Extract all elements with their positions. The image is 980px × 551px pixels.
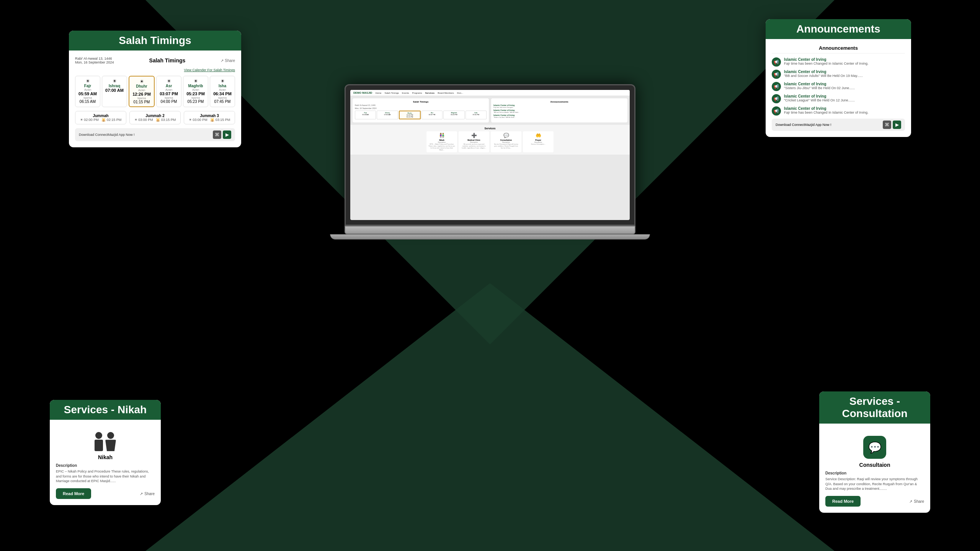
announcement-icon-2: 📢 — [772, 70, 781, 79]
nikah-description-label: Description — [56, 463, 155, 468]
screen-nikah: 👫 Nikah Description EPIC – Nikah Policy … — [426, 131, 457, 152]
screen-services-grid: 👫 Nikah Description EPIC – Nikah Policy … — [353, 131, 627, 152]
ishraq-icon: ☀ — [104, 78, 125, 84]
announcement-item-4: 📢 Islamic Center of Irving "Cricket Leag… — [772, 94, 905, 103]
consultation-icon: 💬 — [863, 436, 886, 459]
announcement-item-2: 📢 Islamic Center of Irving "BB and Socce… — [772, 70, 905, 79]
male-figure — [95, 432, 103, 451]
laptop-mockup: DEMO MASJID Home Salah Timings Events Pr… — [345, 84, 635, 240]
nikah-footer: Read More ↗ Share — [56, 488, 155, 499]
screen-consultation: 💬 Consultation Description Service Descr… — [491, 131, 521, 152]
screen-consultation-icon: 💬 — [492, 133, 520, 138]
nikah-share-button[interactable]: ↗ Share — [140, 492, 155, 496]
announcements-title: Announcements — [772, 45, 905, 54]
salah-app-download-text: Download ConnectMazjid App Now ! — [79, 133, 135, 137]
maghrib-icon: ☀ — [185, 78, 206, 84]
screen-prayer: 🤲 Prayer Description Service Description… — [523, 131, 554, 152]
ios-badge[interactable]: ⌘ — [213, 130, 221, 139]
prayer-dhuhr: ☀ Dhuhr Azan 12:26 PM Iqama 01:15 PM — [129, 76, 155, 107]
announcement-icon-4: 📢 — [772, 94, 781, 103]
jummah-1: Jummah ☀ 02:00 PM 🕌 02:15 PM — [75, 111, 126, 124]
share-icon: ↗ — [140, 492, 143, 496]
nav-home: Home — [375, 92, 381, 94]
nav-services: Services — [425, 92, 434, 94]
consultation-service-name: Consultaion — [825, 462, 924, 468]
screen-prayer-icon: 🤲 — [524, 133, 552, 138]
nikah-description-text: EPIC – Nikah Policy and Procedure These … — [56, 469, 155, 484]
nav-donate: Don... — [457, 92, 463, 94]
nikah-card-label: Services - Nikah — [50, 400, 161, 420]
nav-events: Events — [402, 92, 409, 94]
screen-nav-links: Home Salah Timings Events Programs Servi… — [375, 92, 463, 94]
screen-services-row: Services 👫 Nikah Description EPIC – Nika… — [350, 125, 630, 155]
laptop-screen: DEMO MASJID Home Salah Timings Events Pr… — [345, 84, 635, 226]
nikah-service-name: Nikah — [56, 454, 155, 460]
screen-salah-panel: Salah Timings Rabi' Al-Awwal 13, 1446 Mo… — [353, 98, 489, 122]
consultation-share-button[interactable]: ↗ Share — [909, 499, 924, 504]
female-figure — [105, 432, 116, 451]
announcements-card-label: Announcements — [766, 19, 911, 39]
nikah-figures-icon — [56, 426, 155, 454]
jummah-3: Jummah 3 ☀ 03:00 PM 🕌 03:15 PM — [184, 111, 235, 124]
announcement-item-1: 📢 Islamic Center of Irving Fajr time has… — [772, 57, 905, 67]
consultation-share-icon: ↗ — [909, 499, 912, 504]
ann-app-download-text: Download ConnectMazjid App Now ! — [776, 123, 831, 127]
nikah-service-card: Services - Nikah Nikah Description EPIC … — [50, 400, 161, 505]
laptop-base — [345, 226, 635, 234]
nav-board: Board Members — [438, 92, 454, 94]
consultation-card-label: Services - Consultation — [819, 391, 930, 424]
screen-logo: DEMO MASJID — [353, 91, 372, 94]
salah-date-gregorian: Mon, 16 September 2024 — [75, 60, 114, 64]
salah-view-calendar-link[interactable]: View Calender For Salah Timings — [184, 68, 235, 72]
consultation-description-label: Description — [825, 471, 924, 475]
announcements-card: Announcements Announcements 📢 Islamic Ce… — [766, 19, 911, 137]
salah-title: Salah Timings — [114, 57, 221, 64]
screen-inner: DEMO MASJID Home Salah Timings Events Pr… — [350, 90, 630, 220]
salah-app-download-bar: Download ConnectMazjid App Now ! ⌘ ▶ — [75, 128, 235, 141]
screen-nav: DEMO MASJID Home Salah Timings Events Pr… — [350, 90, 630, 96]
announcement-item-3: 📢 Islamic Center of Irving "Sisters Jiu-… — [772, 82, 905, 91]
screen-announcement-panel: Announcements Islamic Center of Irving F… — [491, 98, 627, 122]
salah-timings-card: Salah Timings Rabi' Al-Awwal 13, 1446 Mo… — [69, 31, 241, 147]
screen-medical: ➕ Medical Clinic Description We provide … — [459, 131, 489, 152]
consultation-read-more-button[interactable]: Read More — [825, 496, 861, 507]
consultation-description-text: Service Description: Raqi will review yo… — [825, 477, 924, 491]
app-badges: ⌘ ▶ — [213, 130, 231, 139]
prayer-ishraq: ☀ Ishraq 07:00 AM — [102, 76, 127, 107]
screen-medical-icon: ➕ — [460, 133, 488, 138]
prayer-asr: ☀ Asr Azan 03:07 PM Iqama 04:00 PM — [156, 76, 181, 107]
dhuhr-icon: ☀ — [131, 79, 152, 84]
android-badge[interactable]: ▶ — [223, 130, 231, 139]
prayer-times-grid: ☀ Fajr Azan 05:59 AM Iqama 06:15 AM ☀ Is… — [75, 76, 235, 107]
jummah-2: Jummah 2 ☀ 03:00 PM 🕌 03:15 PM — [129, 111, 181, 124]
ann-ios-badge[interactable]: ⌘ — [883, 121, 891, 129]
announcements-app-bar: Download ConnectMazjid App Now ! ⌘ ▶ — [772, 119, 905, 131]
announcement-icon-5: 📢 — [772, 106, 781, 116]
asr-icon: ☀ — [158, 78, 180, 84]
announcement-item-5: 📢 Islamic Center of Irving Fajr time has… — [772, 106, 905, 116]
jummah-grid: Jummah ☀ 02:00 PM 🕌 02:15 PM Jummah 2 ☀ … — [75, 111, 235, 124]
prayer-isha: ☀ Isha Azan 06:34 PM Iqama 07:45 PM — [210, 76, 235, 107]
nav-programs: Programs — [412, 92, 422, 94]
salah-date-hijri: Rabi' Al-Awwal 13, 1446 — [75, 57, 114, 60]
consultation-service-card: Services - Consultation 💬 Consultaion De… — [819, 391, 930, 513]
prayer-fajr: ☀ Fajr Azan 05:59 AM Iqama 06:15 AM — [75, 76, 100, 107]
isha-icon: ☀ — [212, 78, 233, 84]
salah-share-btn[interactable]: ↗ Share — [220, 59, 235, 63]
screen-nikah-icon: 👫 — [428, 133, 456, 138]
nav-salah: Salah Timings — [384, 92, 399, 94]
announcement-icon-1: 📢 — [772, 57, 781, 67]
screen-services-title: Services — [353, 127, 627, 130]
salah-card-label: Salah Timings — [69, 31, 241, 51]
screen-body: Salah Timings Rabi' Al-Awwal 13, 1446 Mo… — [350, 96, 630, 125]
ann-android-badge[interactable]: ▶ — [893, 121, 901, 129]
nikah-read-more-button[interactable]: Read More — [56, 488, 91, 499]
consultation-footer: Read More ↗ Share — [825, 496, 924, 507]
laptop-bottom — [330, 234, 650, 240]
fajr-icon: ☀ — [77, 78, 98, 84]
prayer-maghrib: ☀ Maghrib Azan 05:23 PM Iqama 05:23 PM — [183, 76, 208, 107]
announcement-icon-3: 📢 — [772, 82, 781, 91]
